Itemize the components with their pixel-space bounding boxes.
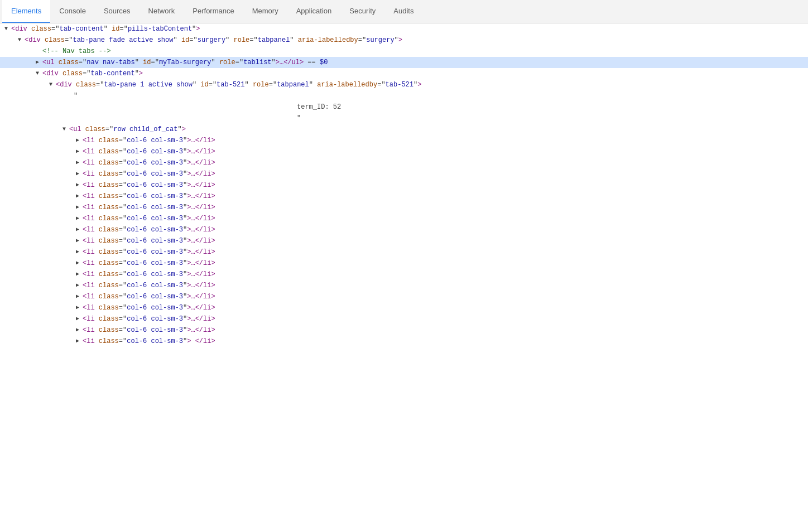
dom-line-1[interactable]: <div class="tab-content" id="pills-tabCo… <box>0 23 808 35</box>
dom-line-4[interactable]: <ul class="nav nav-tabs" id="myTab-surge… <box>0 57 808 68</box>
triangle-11[interactable] <box>76 136 83 146</box>
triangle-17[interactable] <box>76 202 83 212</box>
triangle-14[interactable] <box>76 169 83 179</box>
tab-console-label: Console <box>59 7 86 15</box>
triangle-12[interactable] <box>76 147 83 157</box>
dom-line-23[interactable]: <li class="col-6 col-sm-3">…</li> <box>0 269 808 280</box>
tab-sources[interactable]: Sources <box>95 0 140 23</box>
triangle-10[interactable] <box>62 124 69 134</box>
dom-line-5[interactable]: <div class="tab-content"> <box>0 68 808 79</box>
dom-line-24[interactable]: <li class="col-6 col-sm-3">…</li> <box>0 280 808 291</box>
dom-line-2[interactable]: <div class="tab-pane fade active show" i… <box>0 35 808 46</box>
tab-application-label: Application <box>296 7 332 15</box>
devtools-tab-bar: Elements Console Sources Network Perform… <box>0 0 808 23</box>
dom-line-16[interactable]: <li class="col-6 col-sm-3">…</li> <box>0 191 808 202</box>
triangle-13[interactable] <box>76 158 83 168</box>
dom-line-18[interactable]: <li class="col-6 col-sm-3">…</li> <box>0 213 808 224</box>
triangle-6[interactable] <box>49 80 56 90</box>
dom-line-29[interactable]: <li class="col-6 col-sm-3"> </li> <box>0 336 808 347</box>
dom-line-3: <!-- Nav tabs --> <box>0 46 808 57</box>
tab-elements[interactable]: Elements <box>2 0 50 23</box>
triangle-21[interactable] <box>76 247 83 257</box>
triangle-2[interactable] <box>18 35 25 45</box>
tab-application[interactable]: Application <box>287 0 341 23</box>
triangle-18[interactable] <box>76 214 83 224</box>
dom-line-8: term_ID: 52 <box>0 101 808 113</box>
tab-audits-label: Audits <box>393 7 413 15</box>
dom-line-6[interactable]: <div class="tab-pane 1 active show" id="… <box>0 79 808 90</box>
tab-security[interactable]: Security <box>340 0 384 23</box>
dom-line-21[interactable]: <li class="col-6 col-sm-3">…</li> <box>0 246 808 258</box>
tab-network[interactable]: Network <box>140 0 184 23</box>
dom-line-25[interactable]: <li class="col-6 col-sm-3">…</li> <box>0 291 808 302</box>
dom-line-22[interactable]: <li class="col-6 col-sm-3">…</li> <box>0 258 808 269</box>
tab-elements-label: Elements <box>11 7 41 15</box>
tab-memory[interactable]: Memory <box>243 0 287 23</box>
tab-audits[interactable]: Audits <box>384 0 422 23</box>
tab-performance-label: Performance <box>193 7 234 15</box>
triangle-28[interactable] <box>76 325 83 335</box>
tab-sources-label: Sources <box>104 7 131 15</box>
triangle-20[interactable] <box>76 236 83 246</box>
triangle-1[interactable] <box>4 24 11 34</box>
dom-line-12[interactable]: <li class="col-6 col-sm-3">…</li> <box>0 146 808 157</box>
tab-performance[interactable]: Performance <box>184 0 243 23</box>
dom-line-20[interactable]: <li class="col-6 col-sm-3">…</li> <box>0 235 808 246</box>
dom-line-13[interactable]: <li class="col-6 col-sm-3">…</li> <box>0 157 808 168</box>
triangle-15[interactable] <box>76 180 83 190</box>
triangle-29[interactable] <box>76 336 83 346</box>
dom-line-11[interactable]: <li class="col-6 col-sm-3">…</li> <box>0 135 808 146</box>
dom-line-7: " <box>0 90 808 101</box>
triangle-22[interactable] <box>76 258 83 268</box>
triangle-5[interactable] <box>36 69 42 79</box>
triangle-26[interactable] <box>76 303 83 313</box>
triangle-23[interactable] <box>76 269 83 279</box>
triangle-4[interactable] <box>36 57 42 67</box>
dom-line-9: " <box>0 113 808 124</box>
dom-line-14[interactable]: <li class="col-6 col-sm-3">…</li> <box>0 168 808 180</box>
dom-line-28[interactable]: <li class="col-6 col-sm-3">…</li> <box>0 325 808 336</box>
triangle-24[interactable] <box>76 280 83 291</box>
triangle-25[interactable] <box>76 292 83 302</box>
dom-line-17[interactable]: <li class="col-6 col-sm-3">…</li> <box>0 202 808 213</box>
tab-memory-label: Memory <box>252 7 278 15</box>
triangle-16[interactable] <box>76 191 83 201</box>
dom-line-19[interactable]: <li class="col-6 col-sm-3">…</li> <box>0 224 808 235</box>
triangle-19[interactable] <box>76 225 83 235</box>
elements-panel: <div class="tab-content" id="pills-tabCo… <box>0 23 808 532</box>
triangle-27[interactable] <box>76 314 83 324</box>
dom-line-27[interactable]: <li class="col-6 col-sm-3">…</li> <box>0 313 808 325</box>
tab-console[interactable]: Console <box>50 0 95 23</box>
dom-line-26[interactable]: <li class="col-6 col-sm-3">…</li> <box>0 302 808 313</box>
tab-network-label: Network <box>148 7 175 15</box>
tab-security-label: Security <box>349 7 376 15</box>
dom-line-15[interactable]: <li class="col-6 col-sm-3">…</li> <box>0 180 808 191</box>
dom-line-10[interactable]: <ul class="row child_of_cat"> <box>0 124 808 135</box>
